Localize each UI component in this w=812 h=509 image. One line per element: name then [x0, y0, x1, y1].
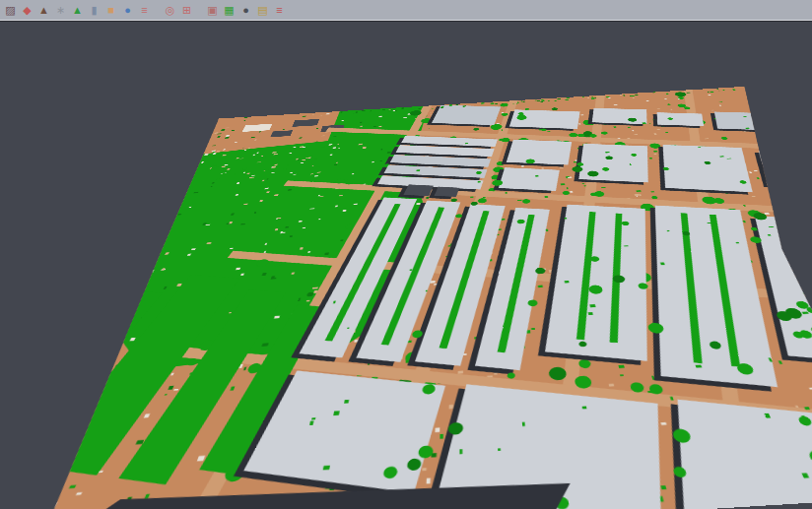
- terrain-tile: [0, 87, 812, 509]
- rectangle-selection-button[interactable]: ⊞: [179, 2, 194, 19]
- app-window: ▨◆▲∗▲▮■●≡◎⊞▣▦●▤≡: [0, 0, 812, 509]
- transform-icon: ◆: [23, 5, 31, 16]
- ground-class-button[interactable]: ■: [103, 2, 118, 19]
- sphere-render-icon: ●: [242, 5, 249, 16]
- toolbar-group: ▣▦●▤≡: [204, 2, 288, 19]
- circle-selection-button[interactable]: ◎: [163, 2, 177, 19]
- globe-icon: ●: [124, 5, 131, 16]
- classified-view-button[interactable]: ▦: [222, 2, 237, 19]
- point-density-button[interactable]: ∗: [53, 2, 68, 19]
- rectangle-selection-icon: ⊞: [182, 5, 191, 16]
- toolbar-group: ▨◆▲∗▲▮■●≡: [2, 2, 153, 19]
- flag-tool-button[interactable]: ≡: [272, 2, 287, 19]
- 3d-viewport[interactable]: [0, 23, 812, 509]
- toolbar-group: ◎⊞: [162, 2, 195, 19]
- circle-selection-icon: ◎: [166, 5, 175, 16]
- classification-list-button[interactable]: ≡: [137, 2, 152, 19]
- clip-box-icon: ▣: [207, 5, 217, 16]
- point-cloud-map: [0, 87, 812, 509]
- terrain-icon: ▲: [38, 5, 49, 16]
- point-density-icon: ∗: [56, 5, 65, 16]
- transform-button[interactable]: ◆: [20, 2, 34, 19]
- flag-tool-icon: ≡: [276, 5, 282, 16]
- terrain-button[interactable]: ▲: [36, 2, 51, 19]
- vegetation-class-icon: ▲: [72, 5, 83, 16]
- globe-button[interactable]: ●: [120, 2, 135, 19]
- import-icon: ▨: [5, 5, 15, 16]
- point-cloud-render: [0, 87, 812, 509]
- profile-panel-button[interactable]: ▮: [87, 2, 102, 19]
- label-tool-button[interactable]: ▤: [255, 2, 270, 19]
- classified-view-icon: ▦: [224, 5, 234, 16]
- import-button[interactable]: ▨: [3, 2, 18, 19]
- sphere-render-button[interactable]: ●: [238, 2, 253, 19]
- profile-panel-icon: ▮: [91, 5, 97, 16]
- clip-box-button[interactable]: ▣: [205, 2, 220, 19]
- ground-class-icon: ■: [107, 5, 114, 16]
- label-tool-icon: ▤: [257, 5, 267, 16]
- vegetation-class-button[interactable]: ▲: [70, 2, 85, 19]
- main-toolbar: ▨◆▲∗▲▮■●≡◎⊞▣▦●▤≡: [0, 0, 812, 21]
- classification-list-icon: ≡: [141, 5, 147, 16]
